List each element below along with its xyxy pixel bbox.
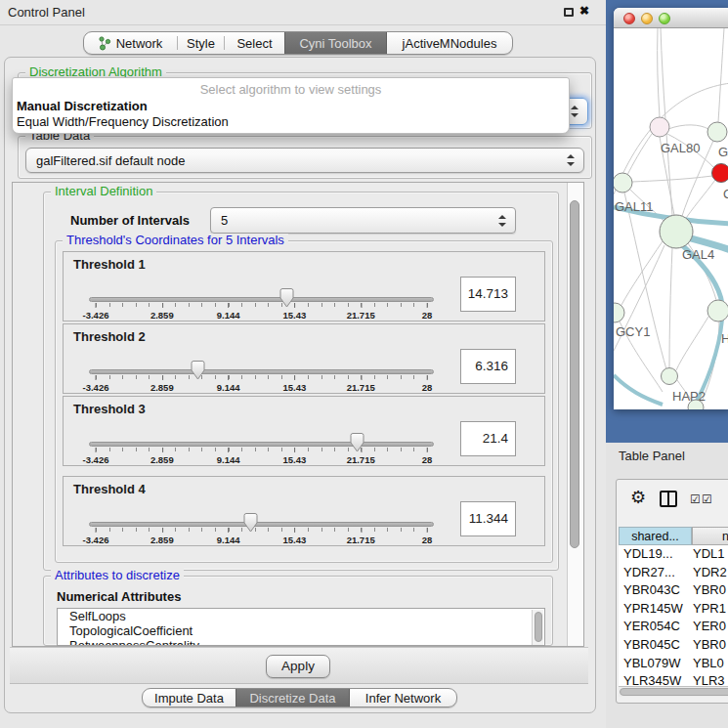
cell-name[interactable]: YBR0 — [693, 636, 726, 655]
cell-name[interactable]: YER0 — [693, 618, 726, 636]
algorithm-dropdown-popup: Select algorithm to view settings Manual… — [12, 77, 570, 134]
tab-discretize-data[interactable]: Discretize Data — [236, 689, 350, 707]
vertical-scrollbar-thumb[interactable] — [570, 200, 579, 548]
node-h[interactable] — [707, 300, 728, 321]
cell-shared-name[interactable]: YER054C — [619, 618, 693, 636]
axis-tick-label: 28 — [422, 382, 433, 393]
combo-stepper-icon — [567, 154, 575, 166]
tab-select[interactable]: Select — [225, 32, 284, 54]
node-red[interactable] — [712, 164, 728, 183]
table-row[interactable]: YDL19...YDL1 — [619, 545, 728, 564]
table-row[interactable]: YLR345WYLR3 — [619, 672, 728, 687]
zoom-traffic-light-icon[interactable] — [659, 13, 670, 24]
number-of-intervals-label: Number of Intervals — [70, 213, 190, 228]
table-row[interactable]: YER054CYER0 — [619, 618, 728, 636]
cell-shared-name[interactable]: YPR145W — [619, 600, 693, 619]
threshold-2-axis: -3.4262.8599.14415.4321.71528 — [96, 375, 430, 397]
tab-impute-data[interactable]: Impute Data — [143, 689, 236, 707]
tab-style[interactable]: Style — [178, 32, 224, 54]
axis-tick-label: 9.144 — [217, 382, 240, 393]
table-data-combobox[interactable]: galFiltered.sif default node — [25, 148, 584, 173]
number-of-intervals-spinner[interactable]: 5 — [210, 207, 516, 234]
threshold-1-slider-track[interactable] — [89, 297, 434, 302]
cell-shared-name[interactable]: YBR045C — [619, 636, 693, 655]
table-row[interactable]: YDR27...YDR2 — [619, 564, 728, 582]
list-item[interactable]: BetweennessCentrality — [58, 638, 544, 646]
cell-name[interactable]: YBR0 — [693, 581, 726, 600]
tab-impute-data-label: Impute Data — [154, 691, 224, 706]
table-row[interactable]: YPR145WYPR1 — [619, 600, 728, 619]
tab-cyni-toolbox-label: Cyni Toolbox — [299, 36, 371, 51]
spinner-stepper-icon — [498, 215, 506, 227]
gear-icon[interactable]: ⚙ — [630, 489, 646, 506]
threshold-1-value[interactable]: 14.713 — [460, 277, 516, 312]
list-scrollbar-thumb[interactable] — [535, 612, 542, 642]
table-row[interactable]: YBL079WYBL0 — [619, 655, 728, 673]
tab-network[interactable]: Network — [84, 32, 177, 54]
network-icon — [99, 36, 111, 51]
cell-name[interactable]: YDR2 — [693, 564, 727, 582]
numerical-attributes-label: Numerical Attributes — [57, 589, 181, 604]
table-rows[interactable]: YDL19...YDL1YDR27...YDR2YBR043CYBR0YPR14… — [619, 545, 728, 687]
thresholds-group-title: Threshold's Coordinates for 5 Intervals — [63, 234, 288, 247]
horizontal-scrollbar-track[interactable] — [619, 686, 728, 697]
dropdown-option-manual[interactable]: Manual Discretization — [17, 99, 148, 113]
cell-name[interactable]: YPR1 — [693, 600, 726, 619]
cell-name[interactable]: YLR3 — [693, 672, 725, 687]
dropdown-option-equal-width[interactable]: Equal Width/Frequency Discretization — [17, 114, 229, 129]
node-gcy1[interactable] — [614, 303, 624, 322]
threshold-2-value[interactable]: 6.316 — [460, 349, 516, 384]
tab-cyni-toolbox[interactable]: Cyni Toolbox — [284, 32, 387, 54]
node-gal4[interactable] — [660, 215, 693, 248]
cell-shared-name[interactable]: YBR043C — [619, 581, 693, 600]
numerical-attributes-list[interactable]: SelfLoopsTopologicalCoefficientBetweenne… — [57, 608, 545, 646]
column-header-name[interactable]: na — [692, 527, 728, 545]
cell-shared-name[interactable]: YDR27... — [619, 564, 693, 582]
minimize-traffic-light-icon[interactable] — [641, 13, 653, 24]
threshold-3-value[interactable]: 21.4 — [460, 421, 516, 456]
horizontal-scrollbar-thumb[interactable] — [620, 688, 728, 696]
node-gal11[interactable] — [614, 173, 632, 193]
apply-band: Apply — [10, 647, 588, 684]
axis-tick-label: 15.43 — [283, 535, 307, 545]
list-item[interactable]: TopologicalCoefficient — [58, 623, 544, 638]
column-header-shared[interactable]: shared... — [619, 527, 692, 545]
cell-name[interactable]: YBL0 — [693, 655, 724, 673]
cell-shared-name[interactable]: YBL079W — [619, 655, 693, 673]
threshold-2-label: Threshold 2 — [73, 329, 146, 344]
node-top-right[interactable] — [707, 122, 727, 142]
checkbox-column-icon[interactable]: ☑ — [690, 492, 701, 506]
control-panel: Control Panel ✖ Network Style — [0, 0, 606, 728]
threshold-4-slider-track[interactable] — [89, 522, 434, 527]
threshold-2-slider-track[interactable] — [89, 369, 434, 374]
close-traffic-light-icon[interactable] — [623, 13, 635, 24]
table-row[interactable]: YBR045CYBR0 — [619, 636, 728, 655]
axis-tick-label: 2.859 — [150, 454, 174, 465]
tab-infer-network[interactable]: Infer Network — [350, 689, 456, 707]
float-window-icon[interactable] — [564, 8, 574, 17]
axis-tick-label: 21.715 — [347, 310, 375, 321]
cell-shared-name[interactable]: YDL19... — [619, 545, 693, 564]
apply-button[interactable]: Apply — [266, 655, 330, 678]
checkbox-column-icon[interactable]: ☑ — [702, 492, 712, 506]
threshold-4-value[interactable]: 11.344 — [460, 501, 516, 536]
column-layout-icon[interactable] — [660, 491, 677, 507]
node-label-hap2: HAP2 — [672, 389, 706, 404]
node-hap2[interactable] — [662, 368, 678, 385]
tab-jactivemnodules[interactable]: jActiveMNodules — [387, 32, 512, 54]
close-icon[interactable]: ✖ — [579, 4, 589, 18]
table-row[interactable]: YBR043CYBR0 — [619, 581, 728, 600]
axis-tick-label: -3.426 — [83, 454, 109, 465]
list-item[interactable]: SelfLoops — [58, 609, 544, 623]
cell-name[interactable]: YDL1 — [693, 545, 725, 564]
tab-network-label: Network — [116, 36, 163, 51]
node-pink[interactable] — [650, 117, 669, 137]
threshold-3-label: Threshold 3 — [73, 402, 146, 416]
cell-shared-name[interactable]: YLR345W — [619, 672, 693, 687]
threshold-3-slider-track[interactable] — [89, 442, 434, 447]
screenshot-root: Control Panel ✖ Network Style — [0, 0, 728, 728]
threshold-4-panel: Threshold 4 -3.4262.8599.14415.4321.7152… — [63, 476, 545, 546]
interval-definition-title: Interval Definition — [51, 185, 156, 198]
attributes-items: SelfLoopsTopologicalCoefficientBetweenne… — [58, 609, 544, 646]
network-canvas[interactable]: GAL80 GA C GAL11 GAL4 GCY1 H HAP2 — [614, 28, 728, 409]
